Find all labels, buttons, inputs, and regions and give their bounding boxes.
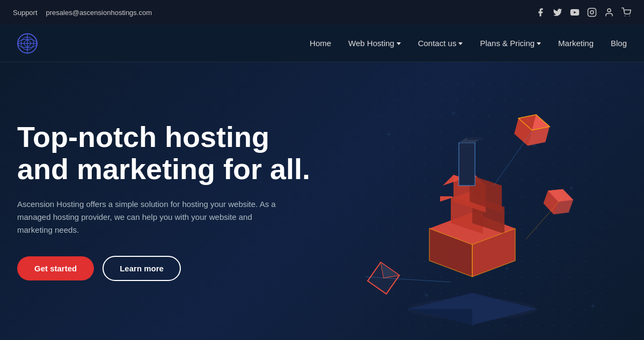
nav-link-home[interactable]: Home [310,39,331,48]
hero-content: Top-notch hosting and marketing for all.… [0,121,322,281]
nav-link-webhosting[interactable]: Web Hosting [348,39,401,48]
nav-item-plans[interactable]: Plans & Pricing [480,39,541,48]
topbar-email[interactable]: presales@ascensionhostings.com [46,9,152,17]
svg-point-2 [590,11,594,14]
hero-buttons: Get started Learn more [17,256,322,281]
hero-section: + + + + + + + [0,62,644,340]
nav-item-contactus[interactable]: Contact us [418,39,463,48]
topbar-social-icons [536,8,631,17]
navbar: Home Web Hosting Contact us Plans & Pric… [0,25,644,62]
cart-icon[interactable] [621,8,631,17]
svg-rect-30 [459,143,475,186]
logo-icon [17,33,38,54]
svg-point-5 [629,16,630,17]
svg-rect-1 [588,9,596,17]
chevron-down-icon [397,42,401,45]
support-label: Support [13,9,38,17]
nav-link-contactus[interactable]: Contact us [418,39,463,48]
topbar-left: Support presales@ascensionhostings.com [13,9,152,17]
account-icon[interactable] [604,8,614,17]
svg-marker-40 [380,260,399,278]
svg-line-45 [494,132,531,186]
logo-area[interactable] [17,33,38,54]
chevron-down-icon [458,42,463,45]
hero-title: Top-notch hosting and marketing for all. [17,121,322,185]
topbar: Support presales@ascensionhostings.com [0,0,644,25]
svg-marker-32 [467,137,483,140]
svg-marker-49 [408,309,472,325]
nav-link-plans[interactable]: Plans & Pricing [480,39,541,48]
nav-item-webhosting[interactable]: Web Hosting [348,39,401,48]
hero-illustration [343,78,601,340]
svg-point-3 [594,10,595,11]
get-started-button[interactable]: Get started [17,256,94,280]
svg-point-4 [625,16,626,17]
nav-links: Home Web Hosting Contact us Plans & Pric… [310,39,627,48]
nav-item-blog[interactable]: Blog [611,39,627,48]
hero-description: Ascension Hosting offers a simple soluti… [17,198,286,236]
chevron-down-icon [537,42,541,45]
nav-item-home[interactable]: Home [310,39,331,48]
learn-more-button[interactable]: Learn more [103,256,181,281]
nav-link-marketing[interactable]: Marketing [558,39,594,48]
nav-item-marketing[interactable]: Marketing [558,39,594,48]
youtube-icon[interactable] [570,8,580,17]
instagram-icon[interactable] [587,8,597,17]
nav-link-blog[interactable]: Blog [611,39,627,48]
facebook-icon[interactable] [536,8,545,17]
twitter-icon[interactable] [553,8,562,17]
